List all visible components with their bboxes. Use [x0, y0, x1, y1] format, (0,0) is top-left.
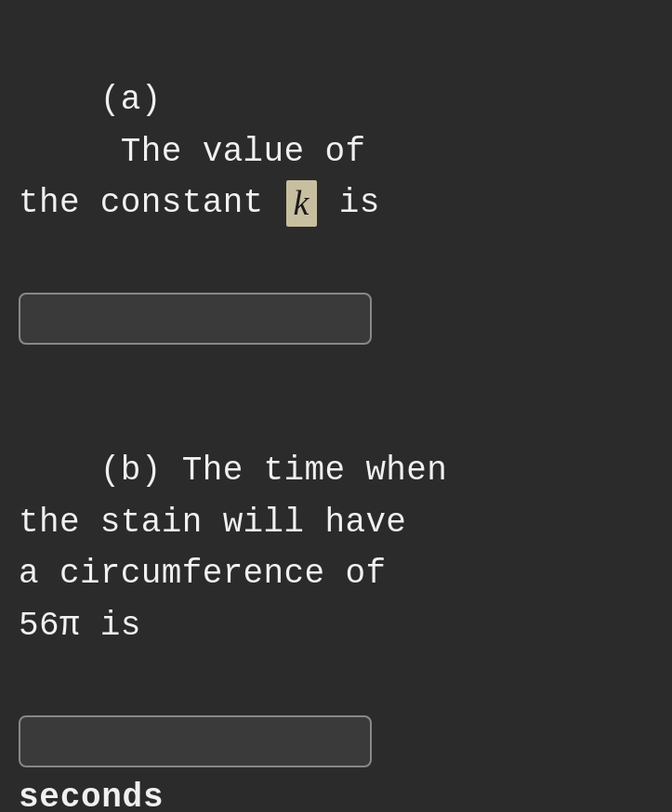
- seconds-label: seconds: [19, 779, 653, 812]
- part-b-text: (b) The time when the stain will have a …: [19, 393, 653, 704]
- part-b-is: is: [80, 607, 141, 645]
- part-b-answer-input[interactable]: [19, 715, 372, 767]
- part-a-block: (a) The value of the constant k is: [19, 22, 653, 345]
- part-a-label: (a): [100, 81, 162, 119]
- pi-symbol: π: [59, 607, 80, 645]
- part-a-answer-input[interactable]: [19, 293, 372, 345]
- part-a-is: is: [319, 184, 380, 222]
- part-a-text: (a) The value of the constant k is: [19, 22, 653, 282]
- part-b-block: (b) The time when the stain will have a …: [19, 393, 653, 812]
- constant-k: k: [286, 180, 317, 227]
- part-b-label: (b): [100, 452, 162, 490]
